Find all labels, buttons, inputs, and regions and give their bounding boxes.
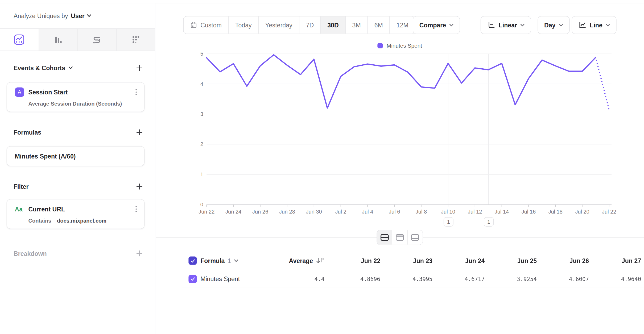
x-axis-tick-label: Jul 2 — [335, 209, 346, 215]
date-column-value: 3.9254 — [488, 275, 540, 282]
y-axis-tick-label: 3 — [200, 111, 203, 117]
row-checkbox[interactable] — [188, 275, 197, 283]
event-options-kebab-menu[interactable] — [134, 88, 138, 96]
x-axis-tick-label: Jul 8 — [416, 209, 427, 215]
analyze-label: Analyze Uniques by — [14, 12, 68, 19]
chevron-down-icon — [234, 259, 238, 262]
filter-value[interactable]: docs.mixpanel.com — [57, 218, 106, 224]
plus-icon — [136, 183, 142, 189]
event-measure[interactable]: Average Session Duration (Seconds) — [28, 101, 122, 107]
breakdown-heading-row: Breakdown — [14, 248, 144, 258]
y-axis-tick-label: 0 — [200, 202, 203, 207]
split-view-icon — [380, 234, 389, 241]
formulas-heading-row: Formulas — [14, 127, 144, 137]
x-axis-tick-label: Jul 22 — [602, 209, 616, 215]
date-column-value: 4.9640 — [592, 275, 644, 282]
insights-report: Analyze Uniques by User — [0, 0, 644, 334]
formula-header-label: Formula — [200, 257, 225, 264]
sort-descending-button[interactable] — [316, 257, 324, 264]
analyze-by-dropdown[interactable]: User — [71, 12, 91, 19]
analyze-by-value: User — [71, 12, 84, 19]
add-formula-button[interactable] — [135, 128, 144, 137]
add-event-button[interactable] — [135, 63, 144, 72]
events-cohorts-title: Events & Cohorts — [14, 64, 65, 71]
breakdown-heading: Breakdown — [14, 250, 47, 257]
x-axis-tick-label: Jul 14 — [495, 209, 509, 215]
view-layout-toggle — [377, 230, 423, 245]
date-column-header: Jun 22 — [331, 257, 383, 264]
chart-line-incomplete — [596, 57, 609, 110]
y-axis-tick-label: 5 — [200, 51, 203, 57]
annotation-marker[interactable]: 1 — [444, 217, 453, 226]
string-property-icon: Aa — [15, 206, 24, 212]
add-filter-button[interactable] — [135, 182, 144, 191]
y-axis-tick-label: 2 — [200, 141, 203, 147]
y-axis-tick-label: 4 — [200, 81, 203, 87]
analyze-uniques-row: Analyze Uniques by User — [0, 3, 155, 28]
row-series-name: Minutes Spent — [200, 275, 240, 282]
chevron-down-icon[interactable] — [69, 66, 73, 69]
row-average-value: 4.4 — [315, 275, 325, 282]
formula-header-index: 1 — [228, 257, 231, 264]
x-axis-tick-label: Jul 6 — [389, 209, 400, 215]
check-icon — [190, 258, 195, 263]
filter-operator[interactable]: Contains — [28, 218, 51, 224]
date-column-header: Jun 25 — [488, 257, 540, 264]
chart-only-view-button[interactable] — [392, 230, 407, 245]
x-axis-tick-label: Jun 24 — [225, 209, 241, 215]
date-column-value: 4.6007 — [540, 275, 592, 282]
x-axis-tick-label: Jul 20 — [575, 209, 589, 215]
query-builder-sidebar: Analyze Uniques by User — [0, 3, 155, 334]
plus-icon — [136, 129, 142, 135]
filter-heading-row: Filter — [14, 181, 144, 192]
report-main-area: CustomTodayYesterday7D30D3M6M12M Compare… — [156, 3, 644, 334]
select-all-checkbox[interactable] — [188, 257, 197, 265]
filter-options-kebab-menu[interactable] — [134, 205, 138, 213]
metrics-grid-icon — [130, 34, 141, 45]
events-cohorts-heading: Events & Cohorts — [14, 64, 73, 71]
add-breakdown-button[interactable] — [135, 249, 144, 258]
date-column-header: Jun 23 — [384, 257, 436, 264]
table-only-view-button[interactable] — [407, 230, 423, 245]
table-row-minutes-spent: Minutes Spent 4.4 4.86964.39954.67173.92… — [182, 270, 644, 288]
plus-icon — [136, 65, 142, 71]
flow-chart-icon — [91, 34, 102, 45]
date-column-value: 4.6717 — [436, 275, 488, 282]
tab-line-chart[interactable] — [0, 29, 38, 51]
x-axis-tick-label: Jul 18 — [548, 209, 563, 215]
formula-header-dropdown[interactable]: Formula 1 — [200, 257, 238, 264]
bar-chart-icon — [52, 34, 64, 45]
x-axis-tick-label: Jul 4 — [362, 209, 373, 215]
line-chart-canvas: 012345Jun 22Jun 24Jun 26Jun 28Jun 30Jul … — [156, 3, 644, 249]
date-column-value: 4.8696 — [331, 275, 383, 282]
chevron-down-icon — [87, 14, 91, 17]
check-icon — [190, 276, 195, 282]
x-axis-tick-label: Jun 28 — [279, 209, 295, 215]
split-view-button[interactable] — [377, 230, 392, 245]
formula-card[interactable]: Minutes Spent (A/60) — [7, 146, 145, 166]
tab-bar-chart[interactable] — [38, 29, 77, 51]
x-axis-tick-label: Jul 16 — [522, 209, 536, 215]
average-header-label: Average — [289, 257, 313, 264]
event-letter-badge: A — [15, 87, 24, 97]
table-only-view-icon — [411, 234, 419, 241]
event-name: Session Start — [28, 89, 68, 95]
table-date-values: 4.86964.39954.67173.92544.60074.9640 — [331, 270, 644, 288]
filter-property-name: Current URL — [28, 206, 65, 212]
x-axis-tick-label: Jun 30 — [306, 209, 322, 215]
tab-flow-chart[interactable] — [77, 29, 116, 51]
filter-heading: Filter — [14, 183, 29, 190]
sort-descending-icon — [316, 257, 324, 264]
tab-metrics-grid[interactable] — [116, 29, 155, 51]
chart-only-view-icon — [395, 234, 404, 241]
date-column-value: 4.3995 — [384, 275, 436, 282]
x-axis-tick-label: Jul 10 — [441, 209, 455, 215]
event-card-session-start[interactable]: A Session Start Average Session Duration… — [7, 82, 145, 112]
events-cohorts-heading-row: Events & Cohorts — [14, 62, 144, 73]
annotation-marker[interactable]: 1 — [484, 217, 494, 226]
y-axis-tick-label: 1 — [200, 172, 203, 177]
x-axis-tick-label: Jul 12 — [468, 209, 482, 215]
formula-name: Minutes Spent (A/60) — [15, 153, 76, 160]
filter-card-current-url[interactable]: Aa Current URL Contains docs.mixpanel.co… — [7, 199, 145, 229]
x-axis-tick-label: Jun 26 — [252, 209, 268, 215]
